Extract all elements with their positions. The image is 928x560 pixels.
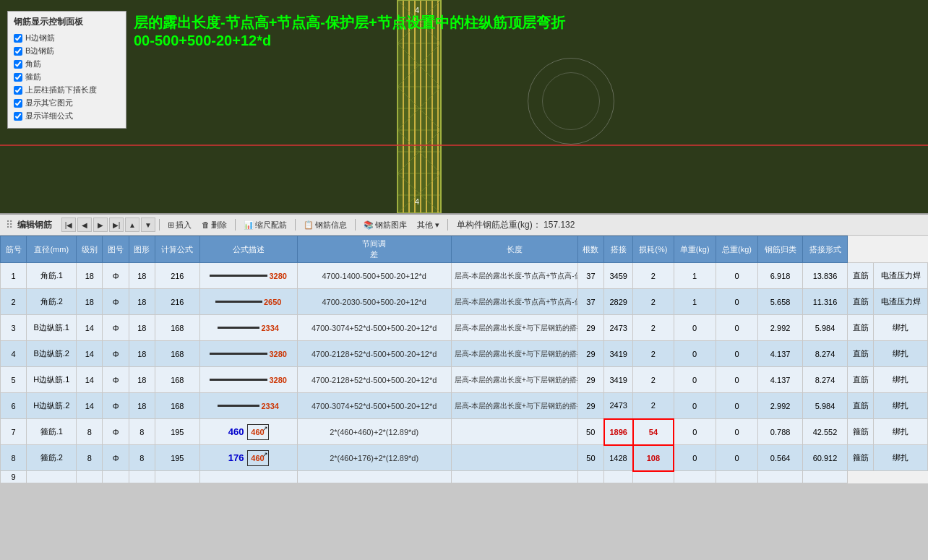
cell-name: 箍筋.2 (27, 445, 77, 471)
nav-down-button[interactable]: ▼ (141, 217, 155, 232)
delete-button[interactable]: 🗑 删除 (197, 218, 231, 232)
cell-splice-type: 电渣压力焊 (874, 263, 928, 289)
cell-category: 直筋 (847, 315, 873, 341)
cell-loss: 0 (716, 315, 757, 341)
cell-formula: 4700-2128+52*d-500+500-20+12*d (297, 367, 451, 393)
cell-fignum: 168 (155, 341, 199, 367)
cell-desc: 层高-本层的露出长度+与下层钢筋的搭接… (451, 367, 577, 393)
cell-diameter: 18 (77, 263, 103, 289)
cell-splice-type: 绑扎 (874, 341, 928, 367)
cell-name: 箍筋.1 (27, 419, 77, 445)
cell-empty (758, 471, 803, 483)
cell-num: 2 (1, 289, 27, 315)
cell-empty (129, 471, 155, 483)
cell-desc (451, 445, 577, 471)
other-button[interactable]: 其他 ▾ (413, 218, 444, 232)
cell-grade: Φ (103, 341, 129, 367)
table-row[interactable]: 8 箍筋.2 8 Φ 8 195 176 460 ↗ (1, 445, 928, 471)
table-row[interactable]: 2 角筋.2 18 Φ 18 216 2650 4700-2030-500+50… (1, 289, 928, 315)
checkbox-h-rebar[interactable]: H边钢筋 (14, 33, 120, 43)
rebar-info-button[interactable]: 📋 钢筋信息 (299, 218, 351, 232)
scale-button[interactable]: 📊 缩尺配筋 (239, 218, 291, 232)
checkbox-corner-rebar[interactable]: 角筋 (14, 59, 120, 69)
cell-formula: 2*(460+460)+2*(12.89*d) (297, 419, 451, 445)
col-header-total-wt: 总重(kg) (716, 236, 757, 263)
cell-shape: 3280 (199, 263, 297, 289)
cell-empty (297, 471, 451, 483)
col-header-unit-wt: 单重(kg) (674, 236, 716, 263)
cell-unit-wt: 0.788 (758, 419, 803, 445)
checkbox-insert-length[interactable]: 上层柱插筋下插长度 (14, 85, 120, 95)
cell-unit-wt: 2.992 (758, 315, 803, 341)
formula-line2: 00-500+500-20+12*d (134, 33, 565, 49)
cell-total-wt: 5.984 (803, 315, 848, 341)
cell-desc: 层高-本层的露出长度-节点高+节点高-保护… (451, 263, 577, 289)
nav-first-button[interactable]: |◀ (61, 217, 76, 232)
cell-diameter: 14 (77, 367, 103, 393)
table-row[interactable]: 3 B边纵筋.1 14 Φ 18 168 2334 4700-3074+52*d… (1, 315, 928, 341)
cell-adjust: 29 (577, 315, 603, 341)
checkbox-b-rebar[interactable]: B边钢筋 (14, 46, 120, 56)
nav-next-button[interactable]: ▶ (93, 217, 108, 232)
circle-deco-2 (542, 72, 600, 130)
sep-2 (235, 219, 236, 231)
nav-prev-button[interactable]: ◀ (77, 217, 92, 232)
cell-desc: 层高-本层的露出长度+与下层钢筋的搭接… (451, 393, 577, 419)
sep-1 (159, 219, 160, 231)
cell-fignum: 195 (155, 445, 199, 471)
cell-category: 直筋 (847, 341, 873, 367)
cell-loss: 0 (716, 341, 757, 367)
sep-3 (295, 219, 296, 231)
cell-loss: 0 (716, 393, 757, 419)
cell-shape: 3280 (199, 341, 297, 367)
cell-num: 4 (1, 341, 27, 367)
cell-drawing: 18 (129, 289, 155, 315)
cell-empty (577, 471, 603, 483)
cell-num: 3 (1, 315, 27, 341)
col-header-diameter: 直径(mm) (27, 236, 77, 263)
cell-desc: 层高-本层的露出长度+与下层钢筋的搭接… (451, 341, 577, 367)
formula-line1: 层的露出长度-节点高+节点高-保护层+节点设置中的柱纵筋顶层弯折 (134, 13, 565, 33)
rebar-table: 筋号 直径(mm) 级别 图号 图形 计算公式 公式描述 节间调差 长度 根数 … (0, 236, 928, 483)
cell-adjust: 50 (577, 419, 603, 445)
table-row[interactable]: 5 H边纵筋.1 14 Φ 18 168 3280 4700-2128+52*d… (1, 367, 928, 393)
cell-count: 2 (633, 289, 674, 315)
cell-name: 角筋.2 (27, 289, 77, 315)
cell-shape: 2334 (199, 393, 297, 419)
cell-num: 7 (1, 419, 27, 445)
checkbox-other-elements[interactable]: 显示其它图元 (14, 98, 120, 108)
nav-last-button[interactable]: ▶| (109, 217, 124, 232)
cell-splice: 1 (674, 289, 716, 315)
cell-formula: 4700-2128+52*d-500+500-20+12*d (297, 341, 451, 367)
table-row[interactable]: 6 H边纵筋.2 14 Φ 18 168 2334 4700-3074+52*d… (1, 393, 928, 419)
checkbox-detailed-formula[interactable]: 显示详细公式 (14, 111, 120, 121)
cell-splice: 0 (674, 393, 716, 419)
info-icon: 📋 (304, 220, 314, 230)
cell-count: 2 (633, 263, 674, 289)
cell-empty (451, 471, 577, 483)
cell-unit-wt: 6.918 (758, 263, 803, 289)
cell-category: 直筋 (847, 393, 873, 419)
cell-splice: 0 (674, 445, 716, 471)
cell-diameter: 14 (77, 393, 103, 419)
cell-drawing: 8 (129, 419, 155, 445)
drag-handle: ⠿ (6, 219, 13, 231)
cell-empty (803, 471, 848, 483)
checkbox-stirrup[interactable]: 箍筋 (14, 72, 120, 82)
cell-total-wt: 11.316 (803, 289, 848, 315)
cell-category: 直筋 (847, 289, 873, 315)
rebar-library-button[interactable]: 📚 钢筋图库 (359, 218, 411, 232)
table-row-empty[interactable]: 9 (1, 471, 928, 483)
cell-adjust: 37 (577, 263, 603, 289)
table-row[interactable]: 4 B边纵筋.2 14 Φ 18 168 3280 4700-2128+52*d… (1, 341, 928, 367)
table-row[interactable]: 7 箍筋.1 8 Φ 8 195 460 460 ↗ (1, 419, 928, 445)
cell-adjust: 29 (577, 367, 603, 393)
insert-button[interactable]: ⊞ 插入 (163, 218, 196, 232)
nav-up-button[interactable]: ▲ (125, 217, 139, 232)
cell-diameter: 14 (77, 315, 103, 341)
cell-splice: 0 (674, 367, 716, 393)
col-header-adjust: 节间调差 (297, 236, 451, 263)
sep-4 (355, 219, 356, 231)
table-row[interactable]: 1 角筋.1 18 Φ 18 216 3280 4700-1400-500+50… (1, 263, 928, 289)
rebar-table-wrapper[interactable]: 筋号 直径(mm) 级别 图号 图形 计算公式 公式描述 节间调差 长度 根数 … (0, 236, 928, 483)
